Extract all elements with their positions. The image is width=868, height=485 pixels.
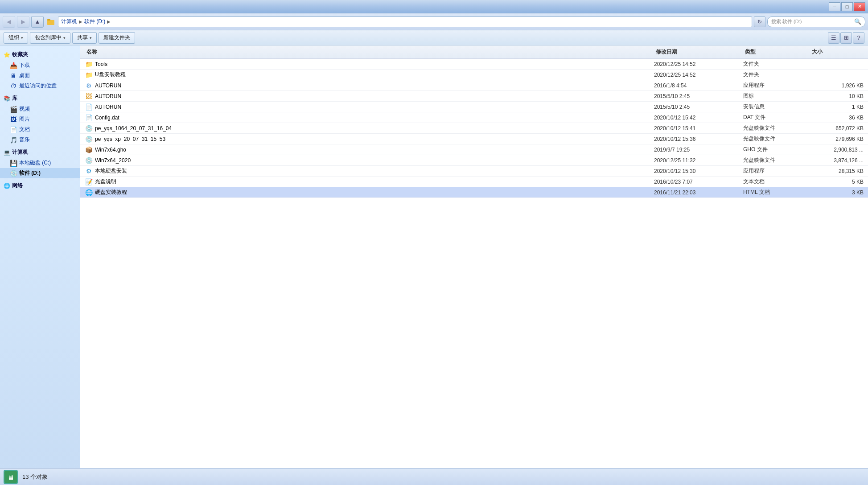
library-label: 库	[12, 95, 17, 102]
file-size: 28,315 KB	[810, 168, 864, 174]
sidebar-section-favorites: ⭐ 收藏夹 📥 下载 🖥 桌面 ⏱ 最近访问的位置	[0, 49, 80, 91]
table-row[interactable]: 💿 pe_yqs_xp_20_07_31_15_53 2020/10/12 15…	[80, 134, 868, 144]
table-row[interactable]: 🖼 AUTORUN 2015/5/10 2:45 图标 10 KB	[80, 91, 868, 102]
toolbar: 组织 ▾ 包含到库中 ▾ 共享 ▾ 新建文件夹 ☰ ⊞ ?	[0, 30, 868, 45]
local-c-label: 本地磁盘 (C:)	[19, 159, 51, 167]
desktop-label: 桌面	[19, 72, 30, 79]
file-name: 硬盘安装教程	[95, 189, 127, 196]
video-label: 视频	[19, 105, 30, 113]
table-row[interactable]: ⚙ 本地硬盘安装 2020/10/12 15:30 应用程序 28,315 KB	[80, 166, 868, 177]
search-bar[interactable]: 搜索 软件 (D:) 🔍	[767, 16, 865, 27]
sidebar-item-music[interactable]: 🎵 音乐	[0, 135, 80, 145]
breadcrumb-drive[interactable]: 软件 (D:)	[84, 18, 105, 25]
folder-icon	[45, 16, 56, 27]
share-label: 共享	[77, 34, 88, 41]
include-library-button[interactable]: 包含到库中 ▾	[30, 32, 70, 44]
table-row[interactable]: 🌐 硬盘安装教程 2016/11/21 22:03 HTML 文档 3 KB	[80, 187, 868, 198]
sidebar: ⭐ 收藏夹 📥 下载 🖥 桌面 ⏱ 最近访问的位置 📚 库 🎬	[0, 45, 80, 468]
file-name-cell: ⚙ AUTORUN	[85, 82, 654, 90]
file-type: 文本文档	[743, 178, 810, 185]
col-name[interactable]: 名称	[85, 47, 654, 57]
sidebar-item-software-d[interactable]: 💿 软件 (D:)	[0, 168, 80, 178]
refresh-button[interactable]: ↻	[754, 16, 765, 27]
file-type: 文件夹	[743, 60, 810, 68]
file-icon: 💿	[85, 124, 93, 132]
forward-button[interactable]: ▶	[17, 16, 29, 28]
help-button[interactable]: ?	[853, 32, 864, 44]
file-name: AUTORUN	[95, 93, 121, 99]
file-size: 3,874,126 ...	[810, 157, 864, 164]
file-date: 2020/12/25 14:52	[654, 72, 743, 78]
file-size: 652,072 KB	[810, 125, 864, 132]
svg-rect-0	[47, 20, 54, 25]
view-button[interactable]: ⊞	[840, 32, 852, 44]
share-button[interactable]: 共享 ▾	[72, 32, 97, 44]
file-name: Win7x64_2020	[95, 157, 131, 164]
organize-button[interactable]: 组织 ▾	[4, 32, 28, 44]
file-icon: 🌐	[85, 189, 93, 197]
file-type: DAT 文件	[743, 114, 810, 121]
sidebar-header-computer[interactable]: 💻 计算机	[0, 147, 80, 158]
file-type: 光盘映像文件	[743, 124, 810, 132]
sidebar-header-network[interactable]: 🌐 网络	[0, 180, 80, 191]
file-size: 10 KB	[810, 93, 864, 99]
file-icon: 📝	[85, 178, 93, 186]
sidebar-header-library[interactable]: 📚 库	[0, 93, 80, 104]
breadcrumb-end-arrow: ▶	[107, 19, 111, 24]
table-row[interactable]: 📁 Tools 2020/12/25 14:52 文件夹	[80, 59, 868, 70]
file-date: 2020/10/12 15:42	[654, 115, 743, 121]
minimize-button[interactable]: ─	[829, 2, 840, 11]
computer-label: 计算机	[12, 148, 28, 156]
view-options-button[interactable]: ☰	[828, 32, 839, 44]
up-button[interactable]: ▲	[31, 16, 44, 28]
recent-icon: ⏱	[10, 82, 17, 90]
col-modified[interactable]: 修改日期	[654, 47, 743, 57]
downloads-icon: 📥	[10, 62, 17, 69]
file-type: 应用程序	[743, 167, 810, 175]
table-row[interactable]: 📦 Win7x64.gho 2019/9/7 19:25 GHO 文件 2,90…	[80, 144, 868, 155]
organize-label: 组织	[8, 34, 19, 41]
breadcrumb: 计算机 ▶ 软件 (D:) ▶	[58, 16, 752, 27]
file-size: 2,900,813 ...	[810, 147, 864, 153]
file-icon: ⚙	[85, 167, 93, 175]
maximize-button[interactable]: □	[841, 2, 853, 11]
sidebar-item-image[interactable]: 🖼 图片	[0, 114, 80, 124]
file-date: 2020/10/12 15:41	[654, 125, 743, 132]
table-row[interactable]: 📄 AUTORUN 2015/5/10 2:45 安装信息 1 KB	[80, 102, 868, 112]
table-row[interactable]: 📁 U盘安装教程 2020/12/25 14:52 文件夹	[80, 70, 868, 80]
search-icon[interactable]: 🔍	[854, 18, 861, 25]
empty-space[interactable]	[80, 198, 868, 376]
table-row[interactable]: 📝 光盘说明 2016/10/23 7:07 文本文档 5 KB	[80, 177, 868, 187]
back-button[interactable]: ◀	[3, 16, 15, 28]
close-button[interactable]: ✕	[854, 2, 865, 11]
sidebar-item-doc[interactable]: 📄 文档	[0, 124, 80, 135]
file-icon: ⚙	[85, 82, 93, 90]
sidebar-item-local-c[interactable]: 💾 本地磁盘 (C:)	[0, 158, 80, 168]
file-name-cell: ⚙ 本地硬盘安装	[85, 167, 654, 175]
file-date: 2020/10/12 15:36	[654, 136, 743, 142]
table-row[interactable]: 💿 pe_yqs_1064_20_07_31_16_04 2020/10/12 …	[80, 123, 868, 134]
sidebar-item-downloads[interactable]: 📥 下载	[0, 60, 80, 70]
addressbar: ◀ ▶ ▲ 计算机 ▶ 软件 (D:) ▶ ↻ 搜索 软件 (D:) 🔍	[0, 13, 868, 30]
table-row[interactable]: 💿 Win7x64_2020 2020/12/25 11:32 光盘映像文件 3…	[80, 155, 868, 166]
table-row[interactable]: 📄 Config.dat 2020/10/12 15:42 DAT 文件 36 …	[80, 112, 868, 123]
col-size[interactable]: 大小	[810, 47, 864, 57]
sidebar-header-favorites[interactable]: ⭐ 收藏夹	[0, 49, 80, 60]
col-type[interactable]: 类型	[743, 47, 810, 57]
sidebar-item-recent[interactable]: ⏱ 最近访问的位置	[0, 81, 80, 91]
computer-icon: 💻	[4, 149, 10, 156]
main-area: ⭐ 收藏夹 📥 下载 🖥 桌面 ⏱ 最近访问的位置 📚 库 🎬	[0, 45, 868, 468]
favorites-icon: ⭐	[4, 52, 10, 58]
sidebar-item-desktop[interactable]: 🖥 桌面	[0, 70, 80, 81]
file-date: 2020/10/12 15:30	[654, 168, 743, 174]
breadcrumb-computer[interactable]: 计算机	[61, 18, 77, 25]
table-row[interactable]: ⚙ AUTORUN 2016/1/8 4:54 应用程序 1,926 KB	[80, 80, 868, 91]
file-date: 2016/11/21 22:03	[654, 189, 743, 196]
new-folder-button[interactable]: 新建文件夹	[99, 32, 135, 44]
sidebar-section-library: 📚 库 🎬 视频 🖼 图片 📄 文档 🎵 音乐	[0, 93, 80, 145]
file-name-cell: 🖼 AUTORUN	[85, 92, 654, 100]
favorites-label: 收藏夹	[12, 51, 28, 58]
svg-text:🖥: 🖥	[7, 473, 14, 481]
sidebar-item-video[interactable]: 🎬 视频	[0, 104, 80, 114]
column-headers: 名称 修改日期 类型 大小	[80, 45, 868, 59]
